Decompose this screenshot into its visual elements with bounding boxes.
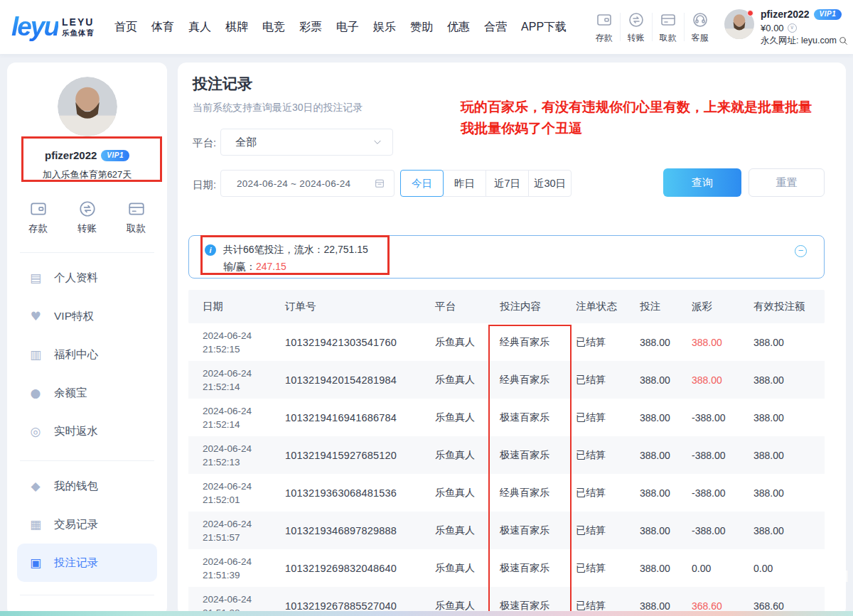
cell-bet-content: 经典百家乐: [500, 487, 576, 499]
sidebar-menu-item[interactable]: ♥ VIP特权: [17, 297, 157, 335]
sidebar-menu-item[interactable]: ◎ 实时返水: [17, 412, 157, 450]
menu-item-label: 余额宝: [54, 386, 87, 401]
withdraw-button[interactable]: 取款: [652, 10, 684, 44]
sidebar-menu-item[interactable]: ● 余额宝: [17, 374, 157, 412]
sidebar-quick-actions: 存款 转账 取款: [7, 200, 167, 235]
cell-datetime: 2024-06-24 21:51:57: [203, 517, 285, 544]
sidebar-menu-item[interactable]: ▣ 投注记录: [17, 544, 157, 582]
nav-item[interactable]: APP下载: [521, 20, 567, 35]
cell-platform: 乐鱼真人: [435, 487, 500, 499]
cell-payout: 0.00: [692, 563, 753, 574]
table-header-row: 日期订单号平台投注内容注单状态投注派彩有效投注额: [188, 290, 825, 323]
cell-order-number: 1013219267885527040: [285, 600, 435, 612]
cell-status: 已结算: [576, 600, 640, 612]
summary-totals: 共计66笔投注，流水：22,751.15: [223, 244, 368, 256]
cell-bet-content: 经典百家乐: [500, 336, 576, 349]
nav-item[interactable]: 真人: [188, 20, 211, 35]
cell-order-number: 1013219416941686784: [285, 412, 435, 423]
date-tab[interactable]: 近7日: [485, 170, 529, 197]
transfer-button[interactable]: 转账: [620, 10, 652, 44]
cell-bet-amount: 388.00: [640, 337, 692, 348]
cell-bet-content: 极速百家乐: [500, 600, 576, 612]
deposit-icon: [596, 11, 613, 28]
table-row: 2024-06-24 21:52:15 1013219421303541760 …: [188, 323, 825, 361]
cell-valid-amount: 388.00: [753, 412, 825, 423]
sidebar: pfizer2022 VIP1 加入乐鱼体育第627天 存款 转账 取款 ▤ 个…: [7, 63, 167, 616]
cell-bet-amount: 388.00: [640, 374, 692, 386]
sidebar-menu-records: ◆ 我的钱包 ▦ 交易记录 ▣ 投注记录: [7, 461, 167, 582]
sidebar-transfer-button[interactable]: 转账: [77, 200, 97, 235]
cell-payout: 388.00: [692, 337, 753, 348]
table-header-cell: 投注: [640, 300, 692, 313]
menu-item-icon: ▤: [28, 271, 43, 285]
nav-item[interactable]: 合营: [484, 20, 507, 35]
sidebar-menu-item[interactable]: ▤ 个人资料: [17, 259, 157, 297]
page-title: 投注记录: [193, 74, 252, 94]
date-range-value: 2024-06-24 ~ 2024-06-24: [237, 178, 374, 189]
reset-button[interactable]: 重置: [749, 168, 825, 197]
date-tab[interactable]: 今日: [400, 170, 444, 197]
sidebar-menu-item[interactable]: ▦ 交易记录: [17, 505, 157, 544]
bet-records-panel: 投注记录 当前系统支持查询最近30日的投注记录 平台: 全部 日期: 2024-…: [178, 63, 846, 616]
menu-item-label: 实时返水: [54, 424, 98, 439]
cell-status: 已结算: [576, 562, 640, 575]
permanent-url: 永久网址: leyu.com: [761, 36, 837, 45]
sidebar-withdraw-button[interactable]: 取款: [127, 200, 146, 235]
cell-platform: 乐鱼真人: [435, 600, 500, 612]
cell-order-number: 1013219269832048640: [285, 563, 435, 574]
nav-item[interactable]: 优惠: [447, 20, 470, 35]
transfer-icon: [78, 200, 97, 218]
platform-label: 平台:: [193, 136, 216, 150]
collapse-icon[interactable]: −: [795, 245, 807, 257]
sidebar-deposit-button[interactable]: 存款: [28, 200, 48, 235]
sidebar-menu-item[interactable]: ◆ 我的钱包: [17, 467, 157, 505]
cell-status: 已结算: [576, 524, 640, 537]
nav-item[interactable]: 电子: [336, 20, 359, 35]
profile-avatar[interactable]: [58, 77, 117, 136]
customer-service-button[interactable]: 客服: [684, 10, 716, 44]
deposit-button[interactable]: 存款: [588, 10, 620, 44]
cell-datetime: 2024-06-24 21:52:14: [203, 404, 285, 431]
bet-records-table: 日期订单号平台投注内容注单状态投注派彩有效投注额 2024-06-24 21:5…: [188, 290, 825, 616]
magnifier-icon[interactable]: [839, 36, 848, 45]
cell-bet-content: 极速百家乐: [500, 411, 576, 424]
table-header-cell: 订单号: [285, 300, 435, 313]
menu-item-label: 福利中心: [54, 347, 98, 362]
nav-item[interactable]: 彩票: [299, 20, 322, 35]
nav-item[interactable]: 赞助: [410, 20, 433, 35]
leyu-logo[interactable]: leyu LEYU 乐鱼体育: [11, 12, 95, 42]
nav-item[interactable]: 电竞: [262, 20, 285, 35]
query-button[interactable]: 查询: [663, 168, 741, 197]
nav-item[interactable]: 首页: [114, 20, 137, 35]
cell-payout: 388.00: [692, 374, 753, 386]
table-header-cell: 投注内容: [500, 300, 576, 313]
nav-item[interactable]: 娱乐: [373, 20, 396, 35]
refresh-balance-icon[interactable]: ∨: [788, 23, 797, 33]
cell-payout: -388.00: [692, 412, 753, 423]
deposit-icon: [29, 200, 48, 218]
cell-valid-amount: 0.00: [753, 563, 825, 574]
date-tab[interactable]: 近30日: [528, 170, 572, 197]
date-range-input[interactable]: 2024-06-24 ~ 2024-06-24: [220, 170, 395, 197]
nav-item[interactable]: 体育: [151, 20, 174, 35]
cell-bet-amount: 388.00: [640, 600, 692, 612]
table-row: 2024-06-24 21:51:57 1013219346897829888 …: [188, 512, 825, 549]
menu-item-label: 我的钱包: [54, 479, 98, 494]
summary-box: i 共计66笔投注，流水：22,751.15 输/赢：247.15 −: [188, 235, 825, 279]
cell-status: 已结算: [576, 449, 640, 462]
main-nav: 首页体育真人棋牌电竞彩票电子娱乐赞助优惠合营APP下载: [114, 20, 567, 35]
sidebar-menu-item[interactable]: ▥ 福利中心: [17, 335, 157, 374]
nav-item[interactable]: 棋牌: [225, 20, 248, 35]
service-icon: [692, 11, 709, 28]
avatar[interactable]: [724, 9, 754, 39]
date-tab[interactable]: 昨日: [443, 170, 486, 197]
cell-bet-content: 极速百家乐: [500, 562, 576, 575]
cell-valid-amount: 368.60: [753, 600, 825, 612]
menu-item-label: 个人资料: [54, 271, 98, 286]
platform-selected-value: 全部: [235, 136, 372, 149]
platform-select[interactable]: 全部: [220, 129, 393, 156]
cell-datetime: 2024-06-24 21:52:14: [203, 367, 285, 394]
notification-dot: [747, 10, 753, 16]
vip-badge: VIP1: [814, 9, 842, 20]
menu-item-icon: ●: [28, 386, 43, 400]
